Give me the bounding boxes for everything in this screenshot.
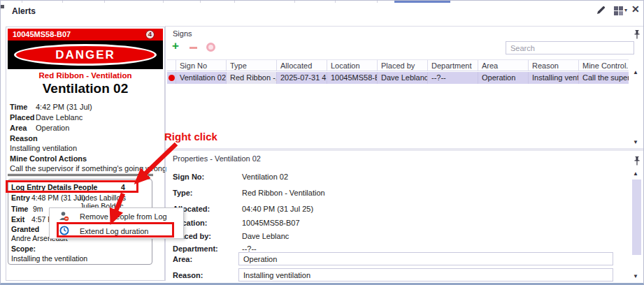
alert-id: 10045MS58-B07	[13, 30, 71, 38]
grid-caret-icon: ▾	[624, 7, 627, 13]
log-time-label: Time	[11, 205, 28, 213]
alerts-window: Alerts ▾ ✕ 10045MS58-B07 4 DANGER Red Ri…	[0, 0, 644, 285]
pin-icon[interactable]	[634, 29, 641, 42]
alert-reason-value: Installing ventilation	[10, 144, 77, 152]
row-cell: Dave Leblanc	[378, 72, 428, 84]
log-exit-label: Exit	[11, 215, 24, 224]
prop-value: Dave Leblanc	[242, 232, 289, 240]
prop-value: 10045MS58-B07	[242, 219, 300, 227]
annotation-rect-log-header	[6, 180, 138, 193]
alert-area-row: AreaOperation	[10, 124, 69, 132]
annotation-right-click: Right click	[164, 131, 217, 142]
status-column-header	[167, 60, 176, 71]
row-cell: 2025-07-31 4:...	[277, 72, 327, 84]
alert-time-row: Time4:42 PM (31 Jul)	[10, 103, 92, 111]
properties-panel-title: Properties - Ventilation 02	[173, 154, 261, 163]
menu-item-label: Remove People from Log	[80, 212, 167, 221]
prop-label: Area:	[173, 255, 192, 263]
column-header[interactable]: Mine Control...	[579, 60, 629, 71]
column-header[interactable]: Department	[428, 60, 478, 71]
prop-value: Ventilation 02	[242, 173, 288, 181]
table-row-ventilation-02[interactable]: Ventilation 02 Red Ribbon -... 2025-07-3…	[167, 72, 629, 84]
red-status-dot-icon	[169, 75, 175, 81]
search-input[interactable]	[506, 41, 634, 54]
danger-label: DANGER	[55, 48, 115, 62]
column-header[interactable]: Type	[227, 60, 277, 71]
row-status-cell	[167, 72, 176, 84]
area-field[interactable]	[238, 252, 613, 265]
alert-mca-value: Call the supervisor if something's going…	[10, 164, 166, 173]
alert-type: Red Ribbon - Ventilation	[8, 71, 163, 80]
properties-scrollbar-thumb[interactable]	[632, 180, 641, 255]
prop-value: 04:40 PM (31 Jul 25)	[242, 205, 313, 213]
prop-label: Type:	[173, 189, 193, 197]
pin-icon[interactable]	[634, 156, 641, 168]
disabled-circle-icon[interactable]	[206, 43, 215, 52]
edit-pencil-icon[interactable]	[596, 5, 606, 18]
panel-divider-horizontal[interactable]	[166, 148, 643, 151]
properties-scroll-down-icon[interactable]: ▼	[633, 273, 638, 279]
alert-name: Ventilation 02	[8, 81, 163, 96]
column-header[interactable]: Placed by	[378, 60, 428, 71]
row-cell: Ventilation 02	[176, 72, 227, 84]
row-cell: --?--	[428, 72, 478, 84]
page-title: Alerts	[12, 6, 36, 16]
column-header[interactable]: Reason	[529, 60, 579, 71]
column-header[interactable]: Allocated	[277, 60, 327, 71]
danger-banner: DANGER	[8, 41, 163, 69]
prop-label: Sign No:	[173, 173, 204, 181]
row-cell: Call the super...	[579, 72, 629, 84]
column-header[interactable]: Location	[327, 60, 378, 71]
add-sign-button[interactable]: +	[172, 39, 179, 53]
column-header[interactable]: Sign No	[176, 60, 227, 71]
alert-count-badge: 4	[145, 30, 155, 39]
alert-mca-label: Mine Control Actions	[10, 154, 87, 163]
layout-grid-icon[interactable]: ▾	[614, 6, 628, 16]
signs-scroll-up-icon[interactable]: ▲	[633, 69, 638, 75]
alert-placed-row: PlacedDave Leblanc	[10, 113, 83, 122]
signs-panel-top-rule	[166, 26, 643, 27]
prop-label: Department:	[173, 244, 218, 253]
annotation-rect-extend-log	[57, 222, 174, 238]
row-cell: Red Ribbon -...	[227, 72, 277, 84]
log-scope-label: Scope:	[11, 244, 36, 253]
column-header[interactable]: Area	[478, 60, 529, 71]
log-entry-label: Entry	[11, 193, 30, 202]
signs-scroll-down-icon[interactable]: ▼	[633, 139, 638, 145]
signs-table-header: Sign No Type Allocated Location Placed b…	[167, 59, 629, 71]
alert-reason-label: Reason	[10, 134, 38, 142]
alert-id-bar[interactable]: 10045MS58-B07 4	[8, 29, 163, 41]
properties-scroll-up-icon[interactable]: ▲	[633, 170, 638, 177]
log-time-value: 9m	[33, 205, 43, 213]
prop-value: Red Ribbon - Ventilation	[242, 189, 325, 197]
row-cell: 10045MS58-B...	[327, 72, 378, 84]
row-cell: Installing vent...	[529, 72, 579, 84]
log-person: Judes Labillois	[78, 193, 126, 202]
prop-label: Reason:	[173, 271, 203, 279]
signs-panel-title: Signs	[173, 29, 192, 38]
close-icon[interactable]: ✕	[631, 3, 640, 15]
danger-ellipse: DANGER	[14, 44, 157, 66]
remove-sign-button[interactable]	[189, 47, 197, 49]
panel-divider-vertical	[165, 26, 166, 281]
separator-double-line	[8, 174, 153, 176]
log-granted-label: Granted	[11, 225, 39, 233]
row-cell: Operation	[478, 72, 529, 84]
reason-field[interactable]	[238, 268, 613, 282]
window-edge-mark	[1, 5, 4, 8]
log-scope-value: Installing the ventilation	[11, 254, 87, 263]
